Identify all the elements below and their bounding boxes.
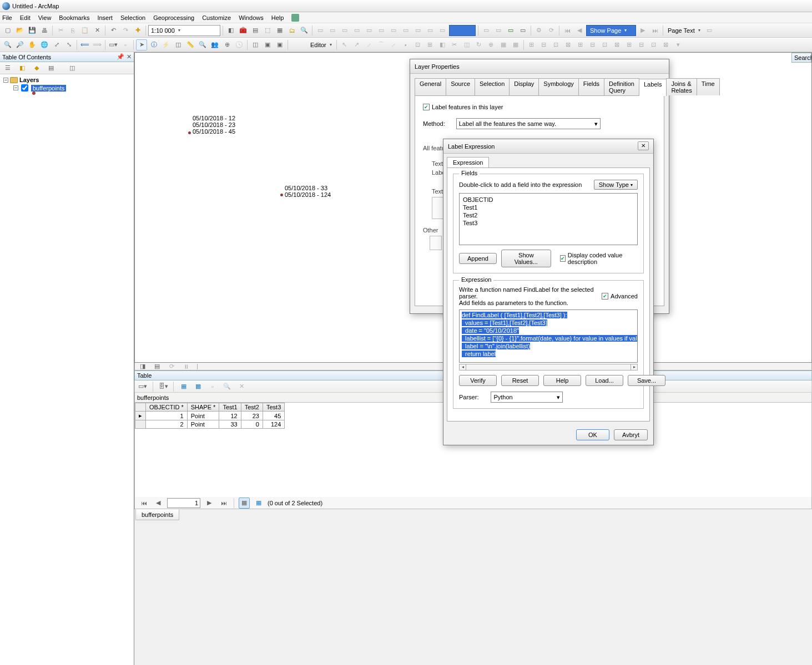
ddp-tool-icon[interactable]: ▭ (481, 25, 492, 36)
menu-selection[interactable]: Selection (120, 14, 145, 21)
cut-icon[interactable]: ✂ (55, 25, 66, 36)
editor-tool-icon[interactable]: ↖ (339, 39, 350, 50)
tab-symbology[interactable]: Symbology (538, 78, 578, 95)
collapse-icon[interactable]: − (3, 78, 8, 83)
field-item[interactable]: Test1 (463, 204, 634, 211)
clear-sel-icon[interactable]: ▫ (207, 381, 218, 392)
col-header[interactable]: SHAPE * (187, 403, 219, 412)
ddp-tool-icon[interactable]: ▭ (505, 25, 516, 36)
ddp-refresh-icon[interactable]: ⟳ (546, 25, 557, 36)
new-icon[interactable]: ▢ (2, 25, 13, 36)
create-viewer-icon[interactable]: ◫ (250, 39, 261, 50)
editor-tool-icon[interactable]: ⊠ (660, 39, 672, 50)
editor-tool-icon[interactable]: ⊡ (551, 39, 562, 50)
h-scrollbar[interactable]: ◂▸ (459, 364, 638, 370)
tab-joins-relates[interactable]: Joins & Relates (666, 78, 697, 95)
options-icon[interactable]: ◫ (67, 63, 78, 74)
table-tab[interactable]: bufferpoints (135, 509, 179, 520)
editor-tool-icon[interactable]: • (400, 39, 411, 50)
redo-icon[interactable]: ↷ (120, 25, 131, 36)
layout-tool-icon[interactable]: ▭ (351, 25, 362, 36)
layers-root[interactable]: Layers (19, 77, 39, 83)
tab-expression[interactable]: Expression (447, 157, 489, 167)
tab-time[interactable]: Time (697, 78, 720, 95)
layout-tool-icon[interactable]: ▭ (437, 25, 448, 36)
first-page-icon[interactable]: ⏮ (562, 25, 573, 36)
tablewin-icon[interactable]: ▦ (274, 25, 285, 36)
cancel-button[interactable]: Avbryt (614, 429, 648, 440)
next-page-icon[interactable]: ▶ (637, 25, 648, 36)
method-dropdown[interactable]: Label all the features the same way.▾ (456, 118, 601, 129)
editor-tool-icon[interactable]: ⊞ (526, 39, 537, 50)
full-extent-icon[interactable]: 🌐 (39, 39, 50, 50)
tab-general[interactable]: General (415, 78, 446, 95)
layout-tool-icon[interactable]: ▭ (412, 25, 423, 36)
reset-button[interactable]: Reset (501, 375, 539, 386)
field-item[interactable]: Test3 (463, 219, 634, 227)
load-button[interactable]: Load... (586, 375, 623, 386)
delete-icon[interactable]: ✕ (92, 25, 103, 36)
list-by-visibility-icon[interactable]: ◆ (31, 63, 42, 74)
editor-tool-icon[interactable]: ◧ (437, 39, 448, 50)
advanced-checkbox[interactable]: ✔ (602, 293, 608, 299)
record-number-input[interactable] (167, 498, 200, 508)
fixed-zoom-out-icon[interactable]: ⤡ (63, 39, 74, 50)
prev-page-icon[interactable]: ◀ (574, 25, 585, 36)
pagetext-tool-icon[interactable]: ▭ (704, 25, 715, 36)
ok-button[interactable]: OK (576, 429, 609, 440)
clear-selection-icon[interactable]: ▫ (120, 39, 131, 50)
label-features-checkbox[interactable]: ✔ (423, 104, 430, 110)
hyperlink-icon[interactable]: ⚡ (160, 39, 172, 50)
tab-display[interactable]: Display (509, 78, 539, 95)
select-by-attr-icon[interactable]: ▦ (178, 381, 189, 392)
col-header[interactable]: OBJECTID * (146, 403, 188, 412)
editor-tool-icon[interactable]: ⊡ (599, 39, 611, 50)
append-button[interactable]: Append (459, 253, 497, 264)
find-icon[interactable]: 🔍 (197, 39, 208, 50)
python-icon[interactable]: ▤ (250, 25, 261, 36)
layout-tool-icon[interactable]: ▭ (376, 25, 387, 36)
first-record-icon[interactable]: ⏮ (138, 498, 149, 509)
identify-icon[interactable]: ⓘ (148, 39, 159, 50)
editor-tool-icon[interactable]: ⊞ (624, 39, 635, 50)
layout-tool-icon[interactable]: ▭ (364, 25, 375, 36)
ddp-tool-icon[interactable]: ▭ (517, 25, 528, 36)
editor-menu[interactable]: Editor▾ (308, 39, 334, 50)
switch-selection-icon[interactable]: ▩ (193, 381, 204, 392)
toolbox-icon[interactable]: 🧰 (238, 25, 249, 36)
time-slider-icon[interactable]: 🕓 (234, 39, 245, 50)
col-header[interactable]: Test2 (241, 403, 263, 412)
show-all-icon[interactable]: ▦ (239, 498, 250, 509)
field-item[interactable]: Test2 (463, 211, 634, 219)
parser-dropdown[interactable]: Python▾ (491, 392, 563, 403)
menu-insert[interactable]: Insert (97, 14, 113, 21)
layout-tool-icon[interactable]: ▭ (315, 25, 326, 36)
tab-selection[interactable]: Selection (475, 78, 510, 95)
next-extent-icon[interactable]: ⟹ (92, 39, 103, 50)
layout-tool-icon[interactable]: ▭ (339, 25, 350, 36)
pin-icon[interactable]: 📌 (117, 53, 124, 60)
editor-tool-icon[interactable]: ✂ (449, 39, 460, 50)
table-row[interactable]: 2Point 330124 (135, 420, 285, 429)
menu-geoprocessing[interactable]: Geoprocessing (153, 14, 194, 21)
tab-labels[interactable]: Labels (639, 79, 667, 96)
menu-help[interactable]: Help (271, 14, 284, 21)
pan-icon[interactable]: ✋ (27, 39, 38, 50)
editor-tool-icon[interactable]: ⟋ (364, 39, 375, 50)
ddp-setup-icon[interactable]: ⚙ (533, 25, 544, 36)
help-button[interactable]: Help (543, 375, 581, 386)
editor-toolbar-icon[interactable]: ◧ (225, 25, 236, 36)
editor-tool-icon[interactable]: ⌒ (376, 39, 387, 50)
last-page-icon[interactable]: ⏭ (649, 25, 660, 36)
zoom-out-icon[interactable]: 🔎 (14, 39, 26, 50)
field-item[interactable]: OBJECTID (463, 196, 634, 204)
catalog-icon[interactable]: 🗂 (286, 25, 297, 36)
menu-file[interactable]: File (2, 14, 12, 21)
col-header[interactable]: Test3 (263, 403, 284, 412)
select-elements-icon[interactable]: ➤ (136, 39, 147, 50)
paste-icon[interactable]: 📋 (79, 25, 90, 36)
editor-tool-icon[interactable]: ↻ (473, 39, 485, 50)
editor-tool-icon[interactable]: ⊠ (563, 39, 574, 50)
table-row[interactable]: ▸ 1Point 122345 (135, 412, 285, 420)
col-header[interactable]: Test1 (219, 403, 241, 412)
